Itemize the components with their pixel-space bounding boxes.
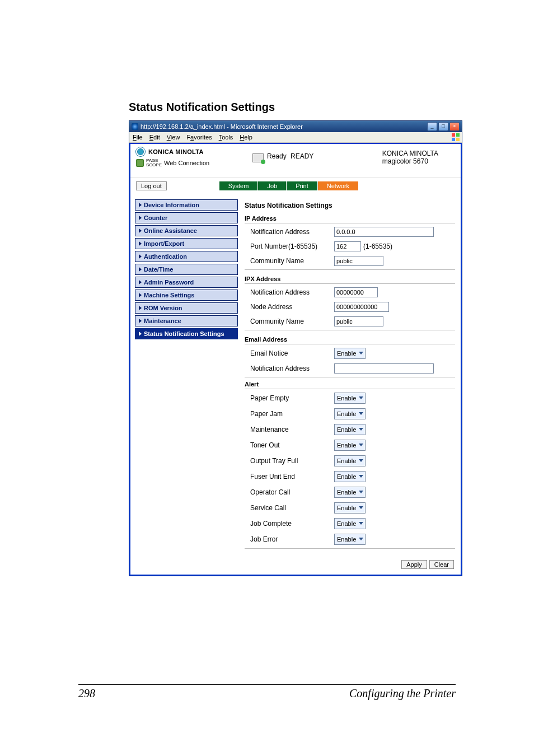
group-ip-address: IP Address — [245, 215, 455, 222]
ie-icon — [132, 123, 138, 130]
chevron-right-icon — [139, 254, 142, 259]
ipx-notif-addr-label: Notification Address — [250, 288, 334, 296]
alert-label: Service Call — [250, 504, 334, 512]
clear-button[interactable]: Clear — [429, 560, 454, 569]
nav-machine-settings[interactable]: Machine Settings — [135, 290, 238, 301]
page-number: 298 — [78, 687, 95, 700]
menu-help[interactable]: Help — [240, 134, 252, 141]
tab-job[interactable]: Job — [258, 181, 286, 190]
apply-button[interactable]: Apply — [401, 560, 427, 569]
nav-rom-version[interactable]: ROM Version — [135, 302, 238, 314]
alert-row: Paper JamEnable — [245, 406, 455, 422]
ip-port-range: (1-65535) — [363, 242, 392, 250]
tab-print[interactable]: Print — [287, 181, 317, 190]
nav-online-assistance[interactable]: Online Assistance — [135, 225, 238, 236]
alert-label: Job Error — [250, 535, 334, 543]
alert-row: Operator CallEnable — [245, 484, 455, 500]
alert-label: Paper Jam — [250, 410, 334, 418]
nav-label: Date/Time — [144, 266, 173, 273]
ip-notif-addr-input[interactable] — [334, 227, 434, 237]
ipx-community-label: Community Name — [250, 318, 334, 325]
chevron-right-icon — [139, 203, 142, 207]
close-button[interactable]: × — [449, 122, 460, 131]
pagescope-small: PAGESCOPE — [146, 158, 162, 167]
email-addr-label: Notification Address — [250, 365, 334, 372]
menu-tools[interactable]: Tools — [219, 134, 233, 141]
page-footer: 298 Configuring the Printer — [78, 680, 456, 700]
chevron-right-icon — [139, 241, 142, 246]
chevron-right-icon — [139, 216, 142, 220]
nav-label: Online Assistance — [144, 227, 197, 234]
title-bar: http://192.168.1.2/a_index.html - Micros… — [129, 121, 462, 132]
menu-edit[interactable]: Edit — [149, 134, 160, 141]
ip-port-input[interactable] — [334, 241, 361, 251]
alert-label: Maintenance — [250, 426, 334, 433]
nav-label: Admin Password — [144, 279, 194, 286]
menu-file[interactable]: File — [133, 134, 143, 141]
chevron-right-icon — [139, 332, 142, 336]
alert-select[interactable]: Enable — [334, 518, 366, 529]
chevron-right-icon — [139, 228, 142, 233]
email-notice-select[interactable]: Enable — [334, 348, 366, 359]
main-tabs: System Job Print Network — [219, 181, 359, 190]
group-email-address: Email Address — [245, 336, 455, 343]
nav-authentication[interactable]: Authentication — [135, 251, 238, 262]
pagescope-label: Web Connection — [164, 160, 209, 166]
nav-status-notification-settings[interactable]: Status Notification Settings — [135, 328, 238, 339]
nav-admin-password[interactable]: Admin Password — [135, 277, 238, 288]
nav-date-time[interactable]: Date/Time — [135, 264, 238, 275]
alert-select[interactable]: Enable — [334, 455, 366, 466]
menu-view[interactable]: View — [167, 134, 180, 141]
alert-label: Job Complete — [250, 520, 334, 528]
alert-select[interactable]: Enable — [334, 487, 366, 498]
alert-label: Fuser Unit End — [250, 473, 334, 480]
ipx-notif-addr-input[interactable] — [334, 287, 378, 297]
minimize-button[interactable]: _ — [427, 122, 437, 131]
nav-device-information[interactable]: Device Information — [135, 199, 238, 211]
nav-import-export[interactable]: Import/Export — [135, 238, 238, 249]
chevron-right-icon — [139, 293, 142, 297]
ipx-node-input[interactable] — [334, 302, 389, 312]
menu-bar: File Edit View Favorites Tools Help — [129, 132, 462, 143]
logout-button[interactable]: Log out — [136, 181, 167, 190]
maximize-button[interactable]: □ — [438, 122, 448, 131]
panel-title: Status Notification Settings — [245, 202, 455, 209]
alert-row: MaintenanceEnable — [245, 422, 455, 437]
ip-notif-addr-label: Notification Address — [250, 228, 334, 236]
email-addr-input[interactable] — [334, 363, 434, 374]
nav-label: Status Notification Settings — [144, 330, 224, 337]
windows-logo-icon — [452, 133, 460, 141]
alert-select[interactable]: Enable — [334, 440, 366, 451]
settings-panel: Status Notification Settings IP Address … — [242, 196, 461, 556]
alert-select[interactable]: Enable — [334, 534, 366, 545]
alert-select[interactable]: Enable — [334, 471, 366, 482]
ip-community-input[interactable] — [334, 256, 383, 266]
alert-row: Service CallEnable — [245, 500, 455, 516]
app-header: KONICA MINOLTA PAGESCOPE Web Connection … — [130, 144, 461, 178]
tab-network[interactable]: Network — [318, 181, 358, 190]
nav-label: Maintenance — [144, 318, 181, 324]
alert-row: Toner OutEnable — [245, 437, 455, 453]
nav-label: Import/Export — [144, 240, 184, 247]
alert-row: Fuser Unit EndEnable — [245, 469, 455, 484]
nav-label: Counter — [144, 214, 167, 221]
alert-select[interactable]: Enable — [334, 424, 366, 435]
alert-label: Operator Call — [250, 488, 334, 496]
alert-select[interactable]: Enable — [334, 393, 366, 404]
alert-label: Toner Out — [250, 441, 334, 449]
nav-label: Machine Settings — [144, 292, 194, 298]
nav-label: ROM Version — [144, 305, 182, 311]
chevron-right-icon — [139, 267, 142, 272]
nav-counter[interactable]: Counter — [135, 212, 238, 223]
alert-select[interactable]: Enable — [334, 408, 366, 419]
ip-community-label: Community Name — [250, 257, 334, 265]
menu-favorites[interactable]: Favorites — [186, 134, 212, 141]
ipx-community-input[interactable] — [334, 316, 383, 326]
tab-system[interactable]: System — [219, 181, 258, 190]
alert-select[interactable]: Enable — [334, 502, 366, 514]
chevron-right-icon — [139, 280, 142, 284]
group-alert: Alert — [245, 381, 455, 388]
nav-maintenance[interactable]: Maintenance — [135, 315, 238, 326]
page-footer-label: Configuring the Printer — [349, 687, 456, 700]
status-ready-big: READY — [291, 152, 313, 160]
